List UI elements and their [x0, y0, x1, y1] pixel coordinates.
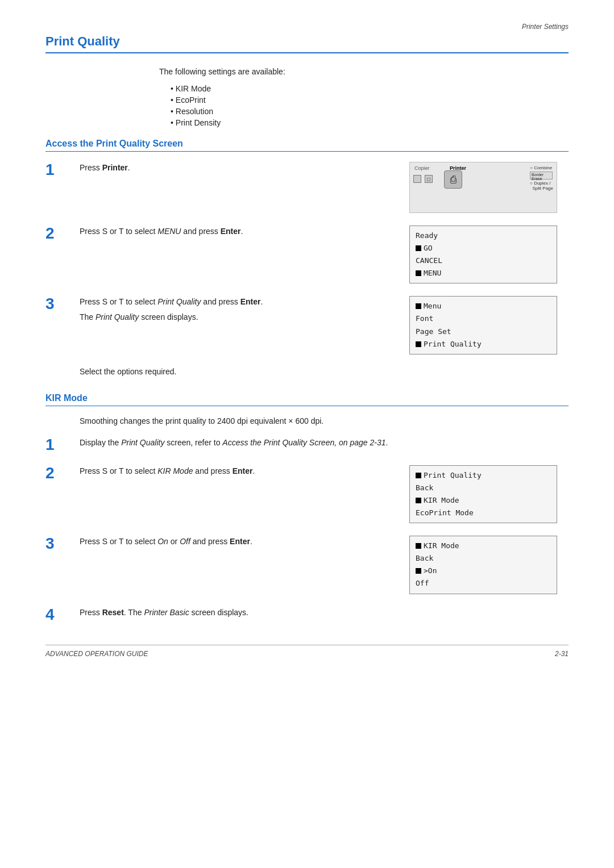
kir-step-2-content: Press S or T to select KIR Mode and pres… [80, 465, 409, 481]
lcd-row-4: Print Quality [416, 338, 551, 350]
lcd-row-4: MENU [416, 267, 551, 279]
kir-step-2-number: 2 [45, 465, 80, 481]
lcd-row-3: KIR Mode [416, 494, 551, 507]
kir-step-1-text: Display the Print Quality screen, refer … [80, 437, 557, 449]
lcd-text: Menu [424, 300, 441, 312]
step-3: 3 Press S or T to select Print Quality a… [45, 296, 569, 354]
lcd-text: KIR Mode [424, 494, 459, 507]
kir-intro: Smoothing changes the print quality to 2… [80, 416, 569, 425]
kir-step-1-number: 1 [45, 437, 80, 453]
lcd-text: KIR Mode [424, 540, 459, 552]
footer-right: 2-31 [555, 650, 569, 658]
step-3-content: Press S or T to select Print Quality and… [80, 296, 409, 327]
step-1-content: Press Printer. [80, 162, 409, 177]
kir-rule [45, 406, 569, 406]
lcd-text: Back [416, 552, 433, 565]
footer-left: ADVANCED OPERATION GUIDE [45, 650, 148, 658]
kir-step-2-text: Press S or T to select KIR Mode and pres… [80, 465, 398, 477]
title-rule [45, 52, 569, 53]
lcd-row-2: Back [416, 552, 551, 565]
lcd-arrow-icon [416, 303, 421, 309]
step-3-subnote: The Print Quality screen displays. [80, 311, 398, 323]
select-note-text: Select the options required. [80, 367, 569, 376]
kir-step-4: 4 Press Reset. The Printer Basic screen … [45, 607, 569, 623]
kir-step-3-content: Press S or T to select On or Off and pre… [80, 536, 409, 551]
lcd-row-2: Font [416, 312, 551, 325]
lcd-arrow-icon [416, 270, 421, 276]
step-1-text: Press Printer. [80, 162, 398, 174]
lcd-display-2: Ready GO CANCEL MENU [409, 226, 557, 283]
lcd-row-3: CANCEL [416, 254, 551, 267]
step-2-image: Ready GO CANCEL MENU [409, 226, 569, 283]
lcd-text: Off [416, 577, 429, 590]
bullet-item: Resolution [171, 107, 569, 116]
lcd-text: >On [424, 565, 437, 577]
lcd-text: Page Set [416, 326, 451, 338]
step-1: 1 Press Printer. Copier Printer □ ⎙ ○ Co… [45, 162, 569, 213]
printer-graphic: Copier Printer □ ⎙ ○ Combine BorderErase… [409, 162, 557, 213]
footer: ADVANCED OPERATION GUIDE 2-31 [45, 645, 569, 658]
kir-step-2: 2 Press S or T to select KIR Mode and pr… [45, 465, 569, 523]
step-3-number: 3 [45, 296, 80, 312]
lcd-arrow-icon [416, 341, 421, 347]
kir-step-3-image: KIR Mode Back >On Off [409, 536, 569, 594]
page-container: Printer Settings Print Quality The follo… [0, 0, 614, 681]
kir-step-3-text: Press S or T to select On or Off and pre… [80, 536, 398, 548]
step-2-content: Press S or T to select MENU and press En… [80, 226, 409, 241]
lcd-text: Font [416, 312, 433, 325]
step-2-number: 2 [45, 226, 80, 241]
lcd-arrow-icon [416, 568, 421, 574]
lcd-row-3: Page Set [416, 326, 551, 338]
lcd-text: GO [424, 242, 433, 254]
kir-step-1: 1 Display the Print Quality screen, refe… [45, 437, 569, 453]
bullet-item: EcoPrint [171, 95, 569, 105]
bullet-item: KIR Mode [171, 84, 569, 93]
step-3-text: Press S or T to select Print Quality and… [80, 296, 398, 308]
lcd-row-1: Menu [416, 300, 551, 312]
lcd-text: Back [416, 482, 433, 494]
lcd-arrow-icon [416, 245, 421, 251]
step-1-number: 1 [45, 162, 80, 178]
header-title: Printer Settings [522, 23, 569, 31]
lcd-row-3: >On [416, 565, 551, 577]
lcd-row-2: Back [416, 482, 551, 494]
kir-section-title: KIR Mode [45, 393, 569, 403]
kir-step-4-content: Press Reset. The Printer Basic screen di… [80, 607, 569, 622]
lcd-row-2: GO [416, 242, 551, 254]
lcd-display-kir-2: Print Quality Back KIR Mode EcoPrint Mod… [409, 465, 557, 523]
lcd-row-4: EcoPrint Mode [416, 507, 551, 519]
lcd-row-1: KIR Mode [416, 540, 551, 552]
access-rule [45, 151, 569, 152]
access-section-title: Access the Print Quality Screen [45, 139, 569, 149]
step-2-text: Press S or T to select MENU and press En… [80, 226, 398, 237]
lcd-text: MENU [424, 267, 441, 279]
lcd-arrow-icon [416, 543, 421, 549]
lcd-arrow-icon [416, 473, 421, 478]
lcd-text: Ready [416, 229, 438, 242]
lcd-text: Print Quality [424, 469, 482, 482]
page-title: Print Quality [45, 34, 569, 49]
lcd-display-kir-3: KIR Mode Back >On Off [409, 536, 557, 594]
kir-step-4-text: Press Reset. The Printer Basic screen di… [80, 607, 557, 619]
kir-step-3: 3 Press S or T to select On or Off and p… [45, 536, 569, 594]
kir-step-4-number: 4 [45, 607, 80, 623]
kir-section: KIR Mode Smoothing changes the print qua… [45, 393, 569, 623]
lcd-display-3: Menu Font Page Set Print Quality [409, 296, 557, 354]
lcd-arrow-icon [416, 498, 421, 503]
lcd-row-1: Print Quality [416, 469, 551, 482]
lcd-row-1: Ready [416, 229, 551, 242]
kir-step-1-content: Display the Print Quality screen, refer … [80, 437, 569, 452]
lcd-text: CANCEL [416, 254, 442, 267]
select-note: Select the options required. [80, 367, 569, 376]
bullet-list: KIR Mode EcoPrint Resolution Print Densi… [171, 84, 569, 127]
kir-step-3-number: 3 [45, 536, 80, 552]
lcd-row-4: Off [416, 577, 551, 590]
step-3-image: Menu Font Page Set Print Quality [409, 296, 569, 354]
bullet-item: Print Density [171, 118, 569, 127]
lcd-text: Print Quality [424, 338, 482, 350]
kir-step-2-image: Print Quality Back KIR Mode EcoPrint Mod… [409, 465, 569, 523]
step-1-image: Copier Printer □ ⎙ ○ Combine BorderErase… [409, 162, 569, 213]
step-2: 2 Press S or T to select MENU and press … [45, 226, 569, 283]
intro-text: The following settings are available: [159, 67, 569, 76]
lcd-text: EcoPrint Mode [416, 507, 474, 519]
